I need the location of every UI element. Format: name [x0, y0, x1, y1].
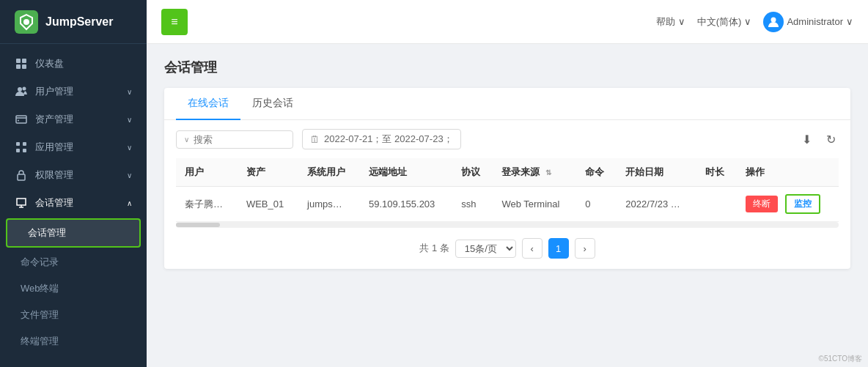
search-input[interactable] — [194, 134, 285, 145]
sidebar-item-dashboard[interactable]: 仪表盘 — [0, 50, 147, 78]
svg-point-1 — [23, 19, 29, 25]
header-actions: 帮助 ∨ 中文(简体) ∨ Administrator ∨ — [656, 12, 853, 32]
scroll-thumb[interactable] — [176, 223, 220, 227]
horizontal-scrollbar[interactable] — [176, 222, 839, 228]
sidebar-navigation: 仪表盘 用户管理 ∨ 资产管理 ∨ 应用管理 ∨ — [0, 44, 147, 367]
date-range-value: 2022-07-21；至 2022-07-23； — [324, 133, 453, 146]
sidebar-sub-item-command-log[interactable]: 命令记录 — [0, 249, 147, 275]
session-icon — [15, 196, 28, 210]
sidebar-sub-item-terminal-mgmt[interactable]: 终端管理 — [0, 328, 147, 355]
sessions-table: 用户 资产 系统用户 远端地址 协议 登录来源 ⇅ 命令 开始日期 时长 — [176, 158, 839, 222]
cell-command: 0 — [576, 187, 617, 222]
hamburger-icon: ≡ — [171, 15, 177, 29]
sidebar-item-session-mgmt[interactable]: 会话管理 ∧ — [0, 189, 147, 217]
help-label: 帮助 — [656, 15, 675, 29]
download-button[interactable]: ⬇ — [799, 130, 814, 149]
col-asset: 资产 — [238, 158, 298, 187]
sidebar-item-permission-mgmt[interactable]: 权限管理 ∨ — [0, 161, 147, 189]
tab-online-sessions[interactable]: 在线会话 — [176, 88, 240, 120]
sidebar-item-app-mgmt[interactable]: 应用管理 ∨ — [0, 133, 147, 161]
sidebar-sub-item-web-terminal-label: Web终端 — [21, 282, 59, 295]
sidebar-sub-item-command-log-label: 命令记录 — [21, 256, 59, 269]
cell-start-date: 2022/7/23 … — [617, 187, 696, 222]
col-remote-addr: 远端地址 — [360, 158, 452, 187]
main-card: 在线会话 历史会话 ∨ 🗓 2022-07-21；至 2022-07-23； — [164, 88, 850, 269]
search-box[interactable]: ∨ — [176, 130, 293, 149]
asset-mgmt-arrow-icon: ∨ — [127, 116, 132, 124]
sidebar-item-permission-mgmt-label: 权限管理 — [35, 168, 127, 182]
svg-point-6 — [18, 87, 22, 92]
prev-icon: ‹ — [531, 243, 534, 254]
help-chevron-icon: ∨ — [678, 16, 685, 27]
svg-rect-15 — [18, 174, 25, 180]
svg-rect-11 — [16, 142, 20, 146]
assets-icon — [15, 113, 28, 126]
session-mgmt-arrow-icon: ∧ — [127, 199, 132, 207]
user-chevron-icon: ∨ — [846, 16, 853, 27]
user-menu[interactable]: Administrator ∨ — [763, 12, 853, 32]
sidebar-sub-item-terminal-mgmt-label: 终端管理 — [21, 335, 59, 348]
sidebar-logo-text: JumpServer — [45, 15, 114, 29]
login-from-sort-icon: ⇅ — [545, 168, 551, 177]
svg-rect-2 — [16, 59, 21, 63]
sidebar-sub-item-session-management[interactable]: 会话管理 — [7, 220, 139, 246]
prev-page-button[interactable]: ‹ — [522, 238, 542, 259]
cell-login-from: Web Terminal — [493, 187, 576, 222]
permission-icon — [15, 168, 28, 182]
tab-history-sessions[interactable]: 历史会话 — [240, 88, 305, 120]
svg-rect-3 — [22, 59, 26, 63]
help-menu[interactable]: 帮助 ∨ — [656, 15, 685, 29]
svg-rect-13 — [16, 149, 20, 152]
col-protocol: 协议 — [452, 158, 493, 187]
col-user: 用户 — [176, 158, 238, 187]
svg-rect-8 — [16, 116, 26, 123]
table-header: 用户 资产 系统用户 远端地址 协议 登录来源 ⇅ 命令 开始日期 时长 — [176, 158, 839, 187]
refresh-button[interactable]: ↻ — [823, 130, 839, 149]
total-count: 共 1 条 — [419, 242, 449, 255]
cell-sys-user: jumps… — [298, 187, 360, 222]
cell-action: 终断 监控 — [737, 187, 839, 222]
page-1-button[interactable]: 1 — [548, 238, 569, 259]
col-login-from[interactable]: 登录来源 ⇅ — [493, 158, 576, 187]
svg-point-10 — [18, 120, 19, 122]
dashboard-icon — [15, 57, 28, 70]
sidebar: JumpServer 仪表盘 用户管理 ∨ 资产管理 ∨ — [0, 0, 147, 367]
content-area: 会话管理 在线会话 历史会话 ∨ 🗓 2022-07-21；至 2 — [147, 44, 868, 367]
page-size-select[interactable]: 15条/页30条/页50条/页 — [455, 240, 516, 258]
sidebar-sub-item-file-mgmt[interactable]: 文件管理 — [0, 302, 147, 328]
calendar-icon: 🗓 — [310, 134, 320, 145]
watermark: ©51CTO博客 — [819, 354, 862, 364]
sidebar-item-user-mgmt[interactable]: 用户管理 ∨ — [0, 78, 147, 105]
language-label: 中文(简体) — [697, 15, 742, 29]
toolbar: ∨ 🗓 2022-07-21；至 2022-07-23； ⬇ ↻ — [164, 120, 850, 158]
jumpserver-logo-icon — [15, 10, 38, 34]
col-action: 操作 — [737, 158, 839, 187]
table-body: 秦子腾… WEB_01 jumps… 59.109.155.203 ssh We… — [176, 187, 839, 222]
col-duration: 时长 — [696, 158, 737, 187]
sidebar-sub-item-web-terminal[interactable]: Web终端 — [0, 275, 147, 302]
apps-icon — [15, 141, 28, 154]
sidebar-logo: JumpServer — [0, 0, 147, 44]
sidebar-item-session-mgmt-label: 会话管理 — [35, 196, 127, 210]
language-chevron-icon: ∨ — [744, 16, 751, 27]
user-mgmt-arrow-icon: ∨ — [127, 88, 132, 96]
table-container: 用户 资产 系统用户 远端地址 协议 登录来源 ⇅ 命令 开始日期 时长 — [164, 158, 850, 222]
next-page-button[interactable]: › — [575, 238, 595, 259]
sidebar-sub-item-file-mgmt-label: 文件管理 — [21, 308, 59, 322]
col-command: 命令 — [576, 158, 617, 187]
main-content: ≡ 帮助 ∨ 中文(简体) ∨ Administrator ∨ 会话管理 — [147, 0, 868, 367]
search-dropdown-icon[interactable]: ∨ — [184, 136, 189, 144]
sidebar-item-asset-mgmt[interactable]: 资产管理 ∨ — [0, 105, 147, 133]
svg-rect-5 — [22, 64, 26, 69]
terminate-button[interactable]: 终断 — [746, 196, 778, 212]
cell-user: 秦子腾… — [176, 187, 238, 222]
sidebar-item-user-mgmt-label: 用户管理 — [35, 85, 127, 98]
sidebar-item-dashboard-label: 仪表盘 — [35, 57, 132, 70]
next-icon: › — [584, 243, 586, 254]
date-range-picker[interactable]: 🗓 2022-07-21；至 2022-07-23； — [302, 129, 461, 149]
language-menu[interactable]: 中文(简体) ∨ — [697, 15, 752, 29]
menu-toggle-button[interactable]: ≡ — [161, 9, 188, 35]
app-mgmt-arrow-icon: ∨ — [127, 144, 132, 152]
monitor-button[interactable]: 监控 — [785, 194, 820, 214]
pagination: 共 1 条 15条/页30条/页50条/页 ‹ 1 › — [164, 228, 850, 269]
